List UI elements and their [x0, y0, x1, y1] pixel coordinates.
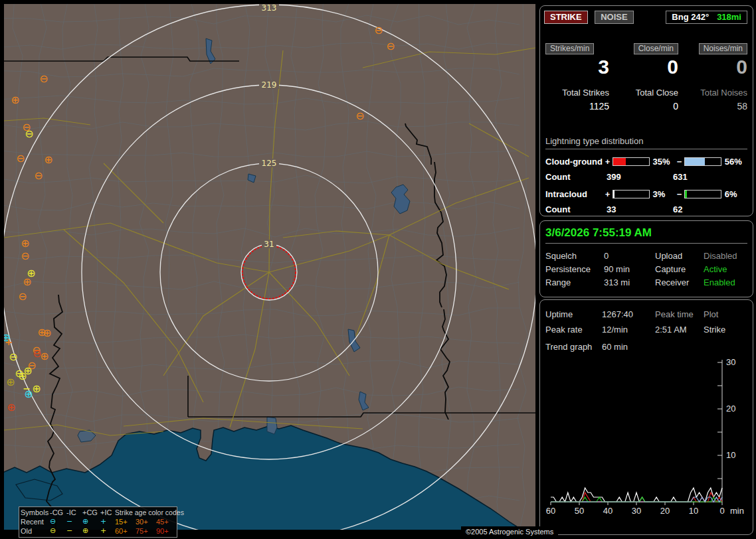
trend-graph-label: Trend graph	[545, 342, 602, 352]
svg-text:⊖: ⊖	[9, 350, 17, 363]
svg-text:30: 30	[632, 506, 641, 516]
receiver-label: Receiver	[655, 276, 704, 289]
upload-label: Upload	[655, 250, 704, 263]
svg-text:⊖: ⊖	[34, 169, 43, 182]
persistence-value: 90 min	[604, 263, 655, 276]
svg-text:⊕: ⊕	[11, 94, 19, 106]
total-strikes-label: Total Strikes	[545, 88, 609, 98]
svg-text:20: 20	[726, 404, 735, 414]
upload-status: Disabled	[704, 250, 747, 263]
close-per-min-column: Close/min 0 Total Close 0	[614, 43, 678, 112]
range-value: 313 mi	[604, 276, 655, 289]
pos-cg-icon: ⊕	[82, 526, 100, 536]
intracloud-row: Intracloud + 3% − 6%	[545, 189, 747, 199]
intracloud-label: Intracloud	[545, 189, 604, 199]
pos-cg-icon: ⊕	[82, 517, 100, 526]
svg-text:⊖: ⊖	[21, 250, 29, 262]
svg-text:40: 40	[603, 506, 613, 516]
cg-positive-count: 399	[607, 172, 673, 182]
count-label: Count	[545, 204, 607, 214]
cg-negative-count: 631	[673, 172, 726, 182]
noises-per-min-header: Noises/min	[699, 43, 747, 54]
receiver-settings: Squelch 0 Upload Disabled Persistence 90…	[545, 250, 747, 289]
svg-text:⊕: ⊕	[44, 153, 52, 166]
capture-label: Capture	[655, 263, 704, 276]
current-datetime: 3/6/2026 7:55:19 AM	[545, 226, 747, 244]
ic-positive-percent: 3%	[651, 189, 676, 199]
symbol-legend: Symbols -CG -IC +CG +IC Strike age color…	[19, 506, 177, 538]
ic-negative-bar	[684, 190, 721, 198]
plot-value: Strike	[704, 322, 747, 337]
svg-text:⊕: ⊕	[24, 388, 33, 400]
ic-positive-count: 33	[607, 204, 673, 214]
strike-stats-panel: STRIKE NOISE Bng 242°318mi Strikes/min 3…	[539, 5, 753, 216]
svg-text:125: 125	[262, 159, 277, 168]
neg-cg-icon: ⊖	[50, 526, 66, 536]
svg-text:50: 50	[575, 506, 584, 516]
svg-text:10: 10	[726, 450, 735, 460]
uptime-label: Uptime	[545, 307, 602, 322]
count-label: Count	[545, 172, 607, 182]
strikes-per-min-header: Strikes/min	[545, 43, 594, 54]
total-close-label: Total Close	[614, 88, 678, 98]
persistence-label: Persistence	[545, 263, 604, 276]
app-window: 31321912531 ⊖⊕⊖⊖⊖⊕⊖⊖⊖⊖⊕⊖⊕⊕⊖⊕+⊖⊕⊕⊖⊖⊕⊖⊖⊕⊕⊕…	[0, 0, 756, 539]
plot-header: Plot	[704, 307, 747, 322]
svg-text:20: 20	[660, 506, 670, 516]
svg-text:⊖: ⊖	[18, 290, 27, 303]
strike-mode-button[interactable]: STRIKE	[544, 11, 588, 24]
range-label: Range	[545, 276, 604, 289]
svg-text:⊖: ⊖	[374, 24, 383, 37]
total-noises-value: 58	[684, 101, 747, 112]
svg-text:⊕: ⊕	[21, 237, 29, 250]
ic-positive-bar	[613, 190, 649, 198]
legend-header-symbols: Symbols	[21, 508, 50, 517]
age-code: 30+	[136, 517, 156, 526]
trend-graph-chart: 1020306050403020100min	[541, 357, 753, 533]
total-noises-label: Total Noises	[684, 88, 747, 98]
session-stats: Uptime 1267:40 Peak time Plot Peak rate …	[545, 307, 747, 337]
svg-text:min: min	[730, 506, 744, 516]
svg-text:10: 10	[689, 506, 698, 516]
legend-row-label: Recent	[21, 517, 50, 526]
trend-series-total-strikes	[551, 488, 722, 502]
total-close-value: 0	[614, 101, 678, 112]
svg-text:313: 313	[262, 4, 277, 13]
cg-negative-bar	[684, 157, 721, 166]
svg-text:⊕: ⊕	[23, 275, 31, 288]
trend-window-value: 60 min	[602, 342, 628, 352]
minus-sign: −	[676, 157, 683, 167]
legend-age-title: Strike age color codes	[115, 508, 174, 517]
svg-text:219: 219	[262, 80, 277, 90]
total-strikes-value: 1125	[545, 101, 609, 112]
legend-header-neg-ic: -IC	[66, 508, 82, 517]
age-code: 60+	[115, 526, 136, 536]
age-code: 15+	[115, 517, 136, 526]
svg-text:⊖: ⊖	[386, 40, 395, 52]
pos-ic-icon: +	[100, 517, 115, 526]
noise-mode-button[interactable]: NOISE	[595, 11, 633, 24]
plus-sign: +	[604, 157, 611, 167]
svg-text:⊖: ⊖	[16, 152, 25, 165]
strikes-per-min-value: 3	[545, 56, 609, 78]
rate-counters: Strikes/min 3 Total Strikes 1125 Close/m…	[540, 43, 753, 112]
pos-ic-icon: +	[100, 526, 115, 536]
squelch-label: Squelch	[545, 250, 604, 263]
noises-per-min-value: 0	[684, 56, 747, 78]
cg-positive-bar	[613, 157, 649, 166]
status-panel: 3/6/2026 7:55:19 AM Squelch 0 Upload Dis…	[539, 220, 753, 297]
strikes-per-min-column: Strikes/min 3 Total Strikes 1125	[545, 43, 609, 112]
cloud-ground-row: Cloud-ground + 35% − 56%	[545, 157, 747, 167]
trend-graph-row: Trend graph 60 min	[545, 342, 747, 352]
age-code: 75+	[136, 526, 156, 536]
svg-text:+: +	[5, 337, 13, 347]
uptime-value: 1267:40	[602, 307, 655, 322]
ic-negative-percent: 6%	[723, 189, 747, 199]
age-code: 90+	[156, 526, 174, 536]
svg-text:⊕: ⊕	[7, 401, 15, 414]
bearing-distance: 318mi	[717, 12, 741, 22]
bearing-label: Bng 242°	[672, 12, 709, 22]
lightning-map: 31321912531 ⊖⊕⊖⊖⊖⊕⊖⊖⊖⊖⊕⊖⊕⊕⊖⊕+⊖⊕⊕⊖⊖⊕⊖⊖⊕⊕⊕…	[4, 4, 535, 535]
cloud-ground-label: Cloud-ground	[545, 157, 604, 167]
legend-header-neg-cg: -CG	[50, 508, 66, 517]
